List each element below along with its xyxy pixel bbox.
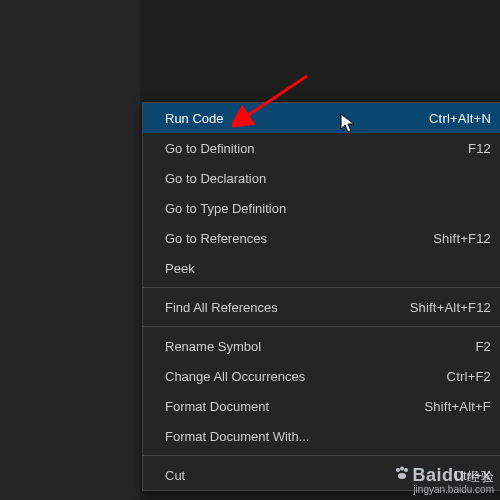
menu-item-label: Go to Type Definition bbox=[165, 201, 286, 216]
menu-item-format-document-with[interactable]: Format Document With... bbox=[143, 421, 500, 451]
watermark: Baidu经验 jingyan.baidu.com bbox=[394, 465, 494, 495]
menu-item-change-all-occurrences[interactable]: Change All OccurrencesCtrl+F2 bbox=[143, 361, 500, 391]
menu-item-shortcut: Shift+F12 bbox=[433, 231, 491, 246]
menu-item-label: Go to Definition bbox=[165, 141, 255, 156]
context-menu: Run CodeCtrl+Alt+NGo to DefinitionF12Go … bbox=[142, 102, 500, 491]
menu-item-run-code[interactable]: Run CodeCtrl+Alt+N bbox=[143, 103, 500, 133]
menu-item-label: Change All Occurrences bbox=[165, 369, 305, 384]
watermark-url: jingyan.baidu.com bbox=[394, 485, 494, 495]
menu-item-label: Go to References bbox=[165, 231, 267, 246]
menu-item-go-to-type-definition[interactable]: Go to Type Definition bbox=[143, 193, 500, 223]
menu-item-label: Format Document With... bbox=[165, 429, 309, 444]
menu-item-label: Go to Declaration bbox=[165, 171, 266, 186]
svg-point-3 bbox=[404, 468, 408, 472]
menu-item-shortcut: Shift+Alt+F bbox=[424, 399, 491, 414]
app-window: Run CodeCtrl+Alt+NGo to DefinitionF12Go … bbox=[0, 0, 500, 500]
svg-point-2 bbox=[400, 467, 404, 471]
menu-item-shortcut: Ctrl+F2 bbox=[447, 369, 491, 384]
menu-item-label: Rename Symbol bbox=[165, 339, 261, 354]
menu-item-format-document[interactable]: Format DocumentShift+Alt+F bbox=[143, 391, 500, 421]
sidebar bbox=[0, 0, 141, 500]
menu-item-label: Run Code bbox=[165, 111, 224, 126]
menu-item-shortcut: F12 bbox=[468, 141, 491, 156]
svg-point-1 bbox=[396, 468, 400, 472]
svg-point-4 bbox=[398, 473, 406, 479]
menu-item-peek[interactable]: Peek bbox=[143, 253, 500, 283]
menu-item-find-all-references[interactable]: Find All ReferencesShift+Alt+F12 bbox=[143, 292, 500, 322]
menu-separator bbox=[143, 455, 500, 456]
menu-item-shortcut: Shift+Alt+F12 bbox=[410, 300, 491, 315]
menu-item-label: Peek bbox=[165, 261, 195, 276]
menu-item-go-to-declaration[interactable]: Go to Declaration bbox=[143, 163, 500, 193]
menu-separator bbox=[143, 287, 500, 288]
menu-item-label: Format Document bbox=[165, 399, 269, 414]
menu-item-rename-symbol[interactable]: Rename SymbolF2 bbox=[143, 331, 500, 361]
menu-item-shortcut: Ctrl+Alt+N bbox=[429, 111, 491, 126]
menu-item-go-to-references[interactable]: Go to ReferencesShift+F12 bbox=[143, 223, 500, 253]
menu-item-label: Find All References bbox=[165, 300, 278, 315]
watermark-brand: Baidu bbox=[412, 465, 465, 485]
menu-separator bbox=[143, 326, 500, 327]
menu-item-label: Cut bbox=[165, 468, 185, 483]
watermark-sub: 经验 bbox=[467, 469, 494, 484]
menu-item-shortcut: F2 bbox=[475, 339, 491, 354]
menu-item-go-to-definition[interactable]: Go to DefinitionF12 bbox=[143, 133, 500, 163]
